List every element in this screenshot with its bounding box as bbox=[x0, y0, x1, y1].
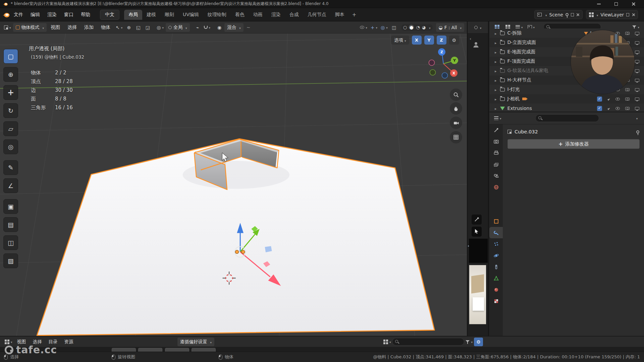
outliner-row-j[interactable]: J-相机 bbox=[489, 94, 644, 104]
rendered-shading-icon[interactable]: ◕ bbox=[422, 25, 426, 29]
viewport-gizmo-settings-button[interactable]: ⚙ bbox=[449, 36, 460, 45]
disclosure-triangle-icon[interactable] bbox=[495, 87, 497, 92]
tool-transform[interactable] bbox=[3, 139, 18, 154]
asset-search[interactable] bbox=[392, 338, 464, 346]
material-shading-icon[interactable]: ◔ bbox=[416, 25, 420, 29]
tool-cursor[interactable] bbox=[3, 67, 18, 82]
tool-measure[interactable] bbox=[3, 178, 18, 193]
menu-render[interactable]: 渲染 bbox=[44, 10, 60, 19]
strip-cursor-icon[interactable] bbox=[472, 227, 482, 237]
axis-y-button[interactable]: Y bbox=[424, 36, 434, 45]
viewport-toggle-icon[interactable] bbox=[635, 88, 639, 91]
axis-z-button[interactable]: Z bbox=[437, 36, 446, 45]
tool-add-cube[interactable] bbox=[3, 199, 18, 214]
viewport-toggle-icon[interactable] bbox=[635, 41, 639, 44]
collapse-chevron-icon[interactable]: ‹ bbox=[470, 36, 471, 41]
3d-viewport[interactable]: 用户透视 (局部) (159) @物料 | Cube.032 物体2 / 2 顶… bbox=[0, 34, 467, 336]
asset-thumbnail[interactable] bbox=[112, 348, 136, 352]
xray-toggle[interactable]: ◫ bbox=[390, 23, 398, 32]
snap-target-icon[interactable]: ⌁ bbox=[193, 23, 202, 32]
checkbox[interactable] bbox=[597, 106, 602, 111]
properties-editor-type-button[interactable] bbox=[493, 114, 503, 123]
asset-thumbnail[interactable] bbox=[192, 348, 216, 352]
eye-icon[interactable] bbox=[615, 107, 620, 110]
tab-world[interactable] bbox=[489, 181, 503, 193]
outliner-row-extrusions[interactable]: Extrusions bbox=[489, 104, 644, 112]
viewport-toggle-icon[interactable] bbox=[635, 98, 639, 101]
pin-icon[interactable] bbox=[566, 13, 569, 16]
tab-modifiers[interactable] bbox=[489, 227, 503, 238]
tab-layout[interactable]: 布局 bbox=[124, 10, 142, 20]
pivot-point-dropdown[interactable]: ◎ bbox=[155, 23, 165, 32]
tab-scripting[interactable]: 脚本 bbox=[331, 10, 349, 20]
editor-type-button[interactable] bbox=[3, 23, 12, 32]
viewlayer-selector[interactable]: ViewLayer bbox=[586, 10, 638, 19]
orientation-dropdown[interactable]: 全局 bbox=[166, 23, 190, 32]
tab-texture-paint[interactable]: 纹理绘制 bbox=[203, 10, 231, 20]
tool-primitive[interactable] bbox=[3, 235, 18, 250]
tool-select-box[interactable] bbox=[3, 49, 18, 64]
tab-output[interactable] bbox=[489, 147, 503, 159]
proportional-editing-toggle[interactable]: ◉ bbox=[215, 23, 224, 32]
navigation-gizmo[interactable]: Z Y X bbox=[423, 44, 464, 84]
viewport-toggle-icon[interactable] bbox=[635, 69, 639, 72]
asset-display-mode-button[interactable] bbox=[382, 338, 392, 346]
asset-thumbnail[interactable] bbox=[138, 348, 162, 352]
new-scene-icon[interactable] bbox=[571, 13, 574, 16]
tab-uv-editing[interactable]: UV编辑 bbox=[178, 10, 203, 20]
render-preview-thumbnail[interactable] bbox=[469, 265, 486, 324]
asset-menu-asset[interactable]: 资源 bbox=[61, 337, 77, 347]
tab-shading[interactable]: 着色 bbox=[231, 10, 249, 20]
unlink-scene-icon[interactable] bbox=[576, 13, 580, 16]
show-gizmo-dropdown[interactable]: + bbox=[369, 23, 379, 32]
menu-edit[interactable]: 编辑 bbox=[27, 10, 44, 19]
tab-scene[interactable] bbox=[489, 170, 503, 181]
tab-object-data[interactable] bbox=[489, 273, 503, 284]
render-toggle-icon[interactable] bbox=[625, 98, 630, 101]
axis-x-button[interactable]: X bbox=[412, 36, 422, 45]
falloff-dropdown[interactable]: 混合 bbox=[224, 23, 244, 32]
tab-geometry-nodes[interactable]: 几何节点 bbox=[303, 10, 331, 20]
menu-file[interactable]: 文件 bbox=[10, 10, 27, 19]
disclosure-triangle-icon[interactable] bbox=[495, 31, 497, 36]
tweak-tool-dropdown[interactable]: ↖ bbox=[114, 23, 124, 32]
snap-magnet-toggle[interactable] bbox=[203, 23, 212, 32]
menu-view[interactable]: 视图 bbox=[47, 23, 63, 32]
tool-move[interactable] bbox=[3, 85, 18, 100]
mirror-x-icon[interactable]: ◱ bbox=[134, 23, 143, 32]
tool-scale[interactable] bbox=[3, 121, 18, 136]
menu-object[interactable]: 物体 bbox=[98, 23, 114, 32]
minimize-button[interactable] bbox=[594, 1, 603, 7]
disclosure-triangle-icon[interactable] bbox=[495, 77, 497, 83]
options-dropdown[interactable]: 选项 bbox=[391, 36, 409, 45]
tab-particles[interactable] bbox=[489, 238, 503, 250]
close-button[interactable] bbox=[629, 1, 638, 7]
tab-constraints[interactable] bbox=[489, 261, 503, 273]
tool-rotate[interactable] bbox=[3, 103, 18, 118]
gizmo-neg-x-axis[interactable] bbox=[429, 60, 435, 66]
tool-annotate[interactable] bbox=[3, 160, 18, 175]
tool-extrude[interactable] bbox=[3, 217, 18, 232]
strip-tool-icon[interactable] bbox=[472, 215, 482, 225]
tab-render[interactable] bbox=[489, 136, 503, 147]
properties-search[interactable] bbox=[535, 114, 599, 122]
viewport-toggle-icon[interactable] bbox=[635, 51, 639, 54]
viewport-toggle-icon[interactable] bbox=[635, 107, 639, 110]
filter-dropdown[interactable]: ◒F : All bbox=[436, 23, 464, 32]
orthographic-toggle-button[interactable] bbox=[450, 131, 462, 143]
selectable-toggle-icon[interactable] bbox=[607, 97, 611, 101]
shading-dropdown[interactable] bbox=[428, 25, 431, 30]
camera-view-button[interactable] bbox=[450, 117, 462, 129]
tool-mesh-extra[interactable] bbox=[3, 253, 18, 268]
gizmo-neg-z-axis[interactable] bbox=[442, 73, 448, 78]
properties-search-input[interactable] bbox=[544, 116, 591, 121]
remove-viewlayer-icon[interactable] bbox=[632, 13, 635, 16]
falloff-curve-icon[interactable]: ~ bbox=[244, 23, 253, 32]
scene-selector[interactable]: Scene bbox=[534, 10, 583, 19]
menu-select[interactable]: 选择 bbox=[64, 23, 80, 32]
tab-tool[interactable] bbox=[489, 124, 503, 136]
tab-language[interactable]: 中文 bbox=[100, 10, 119, 20]
visibility-dropdown[interactable] bbox=[359, 23, 369, 32]
asset-library-dropdown[interactable]: 遵循偏好设置 bbox=[177, 338, 215, 346]
gizmo-neg-y-axis[interactable] bbox=[430, 70, 436, 75]
